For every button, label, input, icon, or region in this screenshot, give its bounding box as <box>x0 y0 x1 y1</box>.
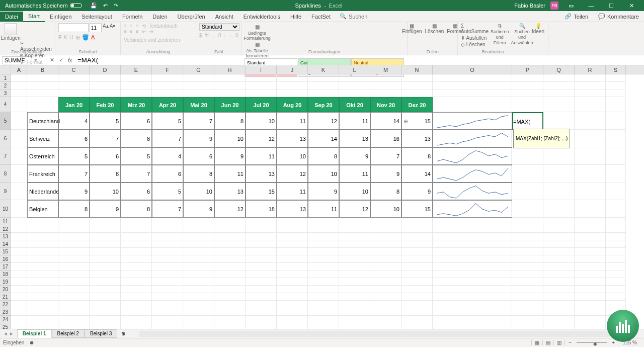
normal-view-icon[interactable]: ▦ <box>531 340 542 345</box>
cell-H3[interactable] <box>214 89 246 97</box>
row-header-14[interactable]: 14 <box>0 240 11 248</box>
cell-H16[interactable] <box>214 255 246 263</box>
cell-O18[interactable] <box>433 270 512 278</box>
cell-F14[interactable] <box>152 240 183 248</box>
ideas-group[interactable]: 💡 Ideen <box>528 22 548 55</box>
row-header-19[interactable]: 19 <box>0 278 11 286</box>
cell-R1[interactable] <box>575 74 606 82</box>
cell-H20[interactable] <box>214 286 246 293</box>
cell-F2[interactable] <box>152 82 183 89</box>
cell-R25[interactable] <box>575 323 606 329</box>
cell-I8[interactable]: 13 <box>246 165 277 183</box>
page-layout-view-icon[interactable]: ▤ <box>542 340 553 345</box>
cell-O3[interactable] <box>433 89 512 97</box>
cell-F16[interactable] <box>152 255 183 263</box>
sort-filter-button[interactable]: ⇅Sortieren und Filtern <box>491 23 509 47</box>
cell-Q17[interactable] <box>543 263 575 270</box>
cell-I16[interactable] <box>246 255 277 263</box>
cell-R2[interactable] <box>575 82 606 89</box>
cell-D12[interactable] <box>90 225 121 233</box>
cell-A2[interactable] <box>11 82 27 89</box>
cell-K11[interactable] <box>308 218 339 225</box>
cell-J8[interactable]: 12 <box>277 165 308 183</box>
cell-A14[interactable] <box>11 240 27 248</box>
ribbon-tab-daten[interactable]: Daten <box>147 12 172 22</box>
cell-D14[interactable] <box>90 240 121 248</box>
cell-L25[interactable] <box>339 323 370 329</box>
cell-O5[interactable] <box>433 112 512 130</box>
cell-E25[interactable] <box>121 323 152 329</box>
cell-G7[interactable]: 6 <box>183 147 214 165</box>
cell-C19[interactable] <box>58 278 90 286</box>
cell-G19[interactable] <box>183 278 214 286</box>
cell-E4[interactable]: Mrz 20 <box>121 97 152 112</box>
enter-formula-icon[interactable]: ✓ <box>56 57 65 63</box>
cell-G22[interactable] <box>183 301 214 308</box>
cell-L22[interactable] <box>339 301 370 308</box>
cell-P22[interactable] <box>512 301 543 308</box>
cell-H25[interactable] <box>214 323 246 329</box>
cell-H2[interactable] <box>214 82 246 89</box>
align-center-icon[interactable]: ≡ <box>130 29 133 34</box>
cell-L1[interactable] <box>339 74 370 82</box>
horizontal-scrollbar[interactable] <box>139 331 634 337</box>
cell-K5[interactable]: 12 <box>308 112 339 130</box>
cell-K24[interactable] <box>308 316 339 323</box>
cell-R9[interactable] <box>575 183 606 200</box>
row-header-18[interactable]: 18 <box>0 270 11 278</box>
cell-S8[interactable] <box>606 165 626 183</box>
cell-K12[interactable] <box>308 225 339 233</box>
undo-icon[interactable]: ↶ <box>103 3 108 9</box>
cell-J15[interactable] <box>277 248 308 255</box>
cell-Q11[interactable] <box>543 218 575 225</box>
cell-R15[interactable] <box>575 248 606 255</box>
cell-A10[interactable] <box>11 200 27 218</box>
cell-E3[interactable] <box>121 89 152 97</box>
cell-C18[interactable] <box>58 270 90 278</box>
cell-N2[interactable] <box>401 82 433 89</box>
cell-G24[interactable] <box>183 316 214 323</box>
cell-O9[interactable] <box>433 183 512 200</box>
cell-C6[interactable]: 6 <box>58 130 90 147</box>
cell-L24[interactable] <box>339 316 370 323</box>
cell-F10[interactable]: 7 <box>152 200 183 218</box>
cell-M14[interactable] <box>370 240 401 248</box>
column-header-A[interactable]: A <box>11 65 27 74</box>
cell-P1[interactable] <box>512 74 543 82</box>
cell-A3[interactable] <box>11 89 27 97</box>
close-icon[interactable]: ✕ <box>624 3 639 9</box>
cell-R17[interactable] <box>575 263 606 270</box>
cell-E2[interactable] <box>121 82 152 89</box>
cell-I24[interactable] <box>246 316 277 323</box>
cell-M23[interactable] <box>370 308 401 316</box>
cell-D25[interactable] <box>90 323 121 329</box>
cell-A13[interactable] <box>11 233 27 240</box>
cell-F25[interactable] <box>152 323 183 329</box>
cell-O20[interactable] <box>433 286 512 293</box>
cell-M12[interactable] <box>370 225 401 233</box>
cell-I7[interactable]: 11 <box>246 147 277 165</box>
cell-L15[interactable] <box>339 248 370 255</box>
cell-F22[interactable] <box>152 301 183 308</box>
cell-O1[interactable] <box>433 74 512 82</box>
cell-I2[interactable] <box>246 82 277 89</box>
cell-N4[interactable]: Dez 20 <box>401 97 433 112</box>
cell-J24[interactable] <box>277 316 308 323</box>
cell-M18[interactable] <box>370 270 401 278</box>
cell-C1[interactable] <box>58 74 90 82</box>
cell-M3[interactable] <box>370 89 401 97</box>
cell-Q21[interactable] <box>543 293 575 301</box>
cell-L19[interactable] <box>339 278 370 286</box>
cell-N16[interactable] <box>401 255 433 263</box>
cell-A25[interactable] <box>11 323 27 329</box>
row-header-12[interactable]: 12 <box>0 225 11 233</box>
cell-K2[interactable] <box>308 82 339 89</box>
cell-E8[interactable]: 7 <box>121 165 152 183</box>
cell-L6[interactable]: 13 <box>339 130 370 147</box>
row-header-16[interactable]: 16 <box>0 255 11 263</box>
cell-L21[interactable] <box>339 293 370 301</box>
cell-S17[interactable] <box>606 263 626 270</box>
cell-F12[interactable] <box>152 225 183 233</box>
cell-B22[interactable] <box>27 301 58 308</box>
cell-R7[interactable] <box>575 147 606 165</box>
